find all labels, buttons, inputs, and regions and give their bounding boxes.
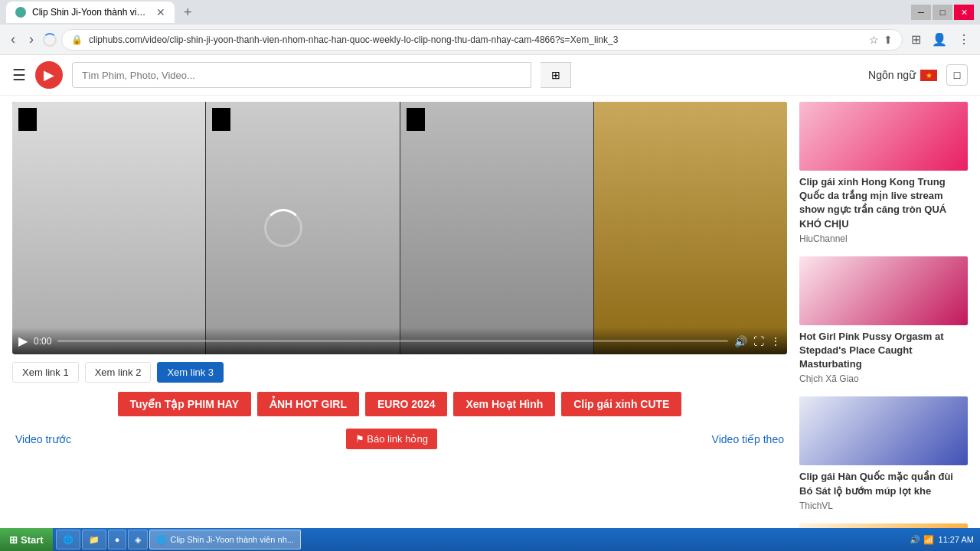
category-hoat-hinh[interactable]: Xem Hoạt Hình	[453, 392, 555, 416]
video-time: 0:00	[34, 336, 51, 347]
folder-icon: 📁	[89, 535, 100, 545]
report-button[interactable]: ⚑ Báo link hỏng	[346, 429, 437, 449]
sidebar-title-1: Hot Girl Pink Pussy Orgasm at Stepdad's …	[799, 330, 968, 372]
menu-button[interactable]: ⋮	[954, 31, 974, 48]
tray-icons: 🔊 📶	[910, 535, 934, 545]
nav-extra-buttons: ⊞ 👤 ⋮	[907, 31, 974, 48]
profile-button[interactable]: 👤	[928, 31, 951, 48]
xem-link-2-button[interactable]: Xem link 2	[85, 362, 152, 383]
back-button[interactable]: ‹	[6, 30, 20, 49]
sidebar-title-2: Clip gái Hàn Quốc mặc quần đùi Bó Sát lộ…	[799, 470, 968, 497]
play-button[interactable]: ▶	[18, 334, 28, 348]
category-cute[interactable]: Clip gái xinh CUTE	[561, 392, 681, 416]
sidebar-thumb-1	[799, 256, 968, 325]
site-header: ☰ ▶ ⊞ Ngôn ngữ ★ □	[0, 55, 980, 96]
forward-button[interactable]: ›	[24, 30, 38, 49]
maximize-button[interactable]: □	[933, 5, 952, 20]
sidebar-channel-0: HiuChannel	[799, 233, 968, 244]
login-button[interactable]: □	[946, 64, 968, 86]
volume-button[interactable]: 🔊	[734, 335, 747, 347]
user-icon: □	[954, 69, 960, 81]
taskbar-edge-icon[interactable]: ◈	[128, 530, 148, 549]
category-buttons: Tuyển Tập PHIM HAY ẢNH HOT GIRL EURO 202…	[12, 392, 787, 416]
video-links: Xem link 1 Xem link 2 Xem link 3	[12, 362, 787, 383]
prev-video-link[interactable]: Video trước	[15, 433, 71, 445]
category-euro-2024[interactable]: EURO 2024	[365, 392, 447, 416]
fullscreen-button[interactable]: ⛶	[753, 335, 764, 347]
sidebar-item-1[interactable]: Hot Girl Pink Pussy Orgasm at Stepdad's …	[799, 256, 968, 385]
active-app-favicon: 🌐	[156, 535, 167, 545]
chrome-icon: ●	[115, 535, 120, 544]
browser-window: Clip Shin Ji-Yoon thành viên nh... ✕ + ─…	[0, 0, 980, 528]
bookmark-star-icon[interactable]: ☆	[869, 34, 879, 46]
sidebar: Clip gái xinh Hong Kong Trung Quốc da tr…	[799, 102, 968, 522]
video-section: ▶ 0:00 🔊 ⛶ ⋮ Xem link 1 Xem link 2 Xem l…	[12, 102, 787, 522]
video-cell-2	[206, 102, 399, 354]
extensions-button[interactable]: ⊞	[907, 31, 925, 48]
taskbar-folder-icon[interactable]: 📁	[82, 530, 106, 549]
sidebar-item-0[interactable]: Clip gái xinh Hong Kong Trung Quốc da tr…	[799, 102, 968, 244]
browser-tab[interactable]: Clip Shin Ji-Yoon thành viên nh... ✕	[6, 2, 175, 23]
censor-overlay-2	[212, 108, 230, 131]
nav-bar: ‹ › 🔒 cliphubs.com/video/clip-shin-ji-yo…	[0, 24, 980, 55]
start-button[interactable]: ⊞ Start	[0, 528, 53, 551]
taskbar-time: 11:27 AM	[939, 535, 974, 544]
minimize-button[interactable]: ─	[911, 5, 931, 20]
taskbar-ie-icon[interactable]: 🌐	[56, 530, 80, 549]
main-content: ▶ 0:00 🔊 ⛶ ⋮ Xem link 1 Xem link 2 Xem l…	[0, 96, 980, 528]
search-input[interactable]	[72, 62, 531, 88]
address-bar[interactable]: 🔒 cliphubs.com/video/clip-shin-ji-yoon-t…	[61, 29, 903, 51]
taskbar: ⊞ Start 🌐 📁 ● ◈ 🌐 Clip Shin Ji-Yoon thàn…	[0, 528, 980, 551]
category-hot-girl[interactable]: ẢNH HOT GIRL	[257, 392, 359, 416]
flag-star-icon: ★	[926, 71, 933, 80]
tab-close-button[interactable]: ✕	[156, 6, 165, 18]
lang-label: Ngôn ngữ	[868, 69, 916, 81]
language-selector[interactable]: Ngôn ngữ ★	[868, 69, 937, 81]
next-video-link[interactable]: Video tiếp theo	[712, 433, 784, 445]
taskbar-tray: 🔊 📶 11:27 AM	[903, 535, 980, 545]
sidebar-item-2[interactable]: Clip gái Hàn Quốc mặc quần đùi Bó Sát lộ…	[799, 396, 968, 510]
tab-favicon	[15, 7, 26, 18]
taskbar-active-app[interactable]: 🌐 Clip Shin Ji-Yoon thành viên nh...	[149, 530, 301, 549]
search-button[interactable]: ⊞	[541, 62, 571, 88]
loading-spinner	[43, 33, 57, 47]
censor-overlay-3	[407, 108, 425, 131]
sidebar-title-0: Clip gái xinh Hong Kong Trung Quốc da tr…	[799, 175, 968, 231]
active-app-label: Clip Shin Ji-Yoon thành viên nh...	[170, 535, 294, 544]
more-options-button[interactable]: ⋮	[770, 335, 781, 347]
censor-overlay-1	[18, 108, 37, 131]
flag-vietnam: ★	[920, 70, 937, 81]
ie-icon: 🌐	[63, 535, 74, 545]
taskbar-chrome-icon[interactable]: ●	[108, 530, 127, 549]
category-phim-hay[interactable]: Tuyển Tập PHIM HAY	[118, 392, 251, 416]
xem-link-3-button[interactable]: Xem link 3	[157, 362, 224, 383]
xem-link-1-button[interactable]: Xem link 1	[12, 362, 79, 383]
progress-bar[interactable]	[57, 340, 728, 342]
edge-icon: ◈	[135, 535, 141, 545]
bottom-nav: Video trước ⚑ Báo link hỏng Video tiếp t…	[12, 429, 787, 449]
address-icons: ☆ ⬆	[869, 34, 893, 46]
start-icon: ⊞	[9, 534, 18, 546]
lock-icon: 🔒	[71, 34, 83, 45]
sidebar-channel-1: Chịch Xã Giao	[799, 373, 968, 384]
sidebar-thumb-0	[799, 102, 968, 171]
new-tab-button[interactable]: +	[178, 5, 198, 21]
video-player[interactable]: ▶ 0:00 🔊 ⛶ ⋮	[12, 102, 787, 354]
buffer-spinner	[264, 209, 302, 247]
url-text: cliphubs.com/video/clip-shin-ji-yoon-tha…	[89, 34, 863, 45]
sidebar-thumb-2	[799, 396, 968, 465]
site-logo[interactable]: ▶	[35, 61, 63, 89]
tab-title: Clip Shin Ji-Yoon thành viên nh...	[32, 7, 150, 18]
sidebar-channel-2: ThichVL	[799, 500, 968, 511]
close-button[interactable]: ✕	[954, 5, 974, 20]
video-cell-4	[594, 102, 787, 354]
video-controls: ▶ 0:00 🔊 ⛶ ⋮	[12, 328, 787, 354]
share-icon[interactable]: ⬆	[884, 34, 893, 46]
speaker-icon[interactable]: 🔊	[910, 535, 920, 545]
hamburger-menu-icon[interactable]: ☰	[12, 66, 26, 84]
network-icon[interactable]: 📶	[923, 535, 934, 545]
window-controls: ─ □ ✕	[911, 5, 974, 20]
video-grid	[12, 102, 787, 354]
taskbar-apps: 🌐 📁 ● ◈ 🌐 Clip Shin Ji-Yoon thành viên n…	[53, 530, 903, 549]
page-content: ☰ ▶ ⊞ Ngôn ngữ ★ □	[0, 55, 980, 528]
